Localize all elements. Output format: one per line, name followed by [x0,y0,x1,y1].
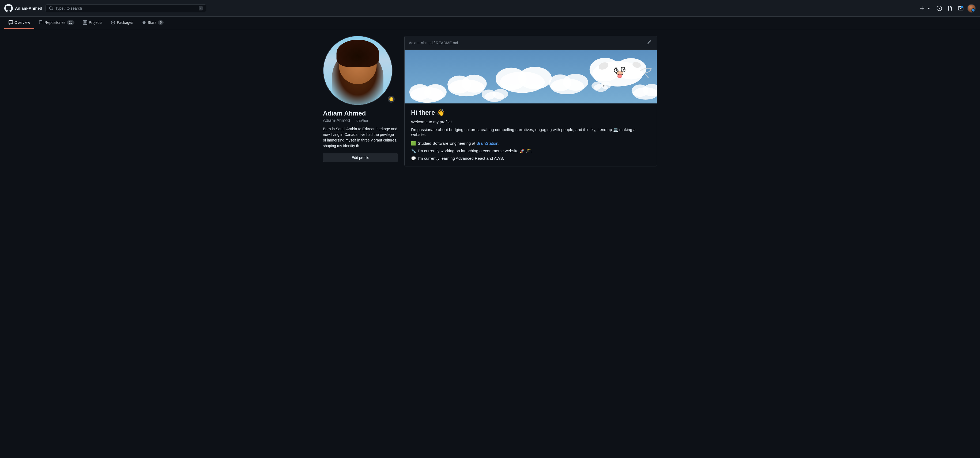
brainstation-link[interactable]: BrainStation [476,141,498,145]
search-box[interactable]: Type / to search / [46,4,206,12]
list-item-text-1: I'm currently working on launching a eco… [418,148,532,153]
projects-icon [83,20,87,25]
profile-bio: Born in Saudi Arabia to Eritrean heritag… [323,126,398,149]
create-button[interactable] [918,4,933,13]
issues-icon [937,6,942,11]
tab-projects[interactable]: Projects [79,17,107,29]
readme-welcome: Welcome to my profile! [411,120,651,124]
readme-banner [404,50,657,104]
profile-username-line: Adiam-Ahmed · she/her [323,118,398,123]
svg-point-19 [623,69,624,70]
tab-packages-label: Packages [117,20,133,25]
github-logo[interactable]: Adiam-Ahmed [4,4,42,13]
nav-username: Adiam-Ahmed [15,6,42,10]
plus-icon [920,6,925,11]
repositories-badge: 25 [67,20,74,25]
readme-list: 🟩 Studied Software Engineering at BrainS… [411,141,651,161]
svg-point-3 [424,84,447,100]
issues-button[interactable] [935,4,943,13]
search-placeholder: Type / to search [56,6,82,10]
tab-stars[interactable]: Stars 6 [138,17,168,29]
readme-body: Hi there 👋 Welcome to my profile! I'm pa… [404,104,657,166]
readme-passion: I'm passionate about bridging cultures, … [411,127,651,137]
readme-card: Adiam-Ahmed / README.md [404,36,657,166]
tab-overview[interactable]: Overview [4,17,34,29]
inbox-button[interactable] [956,4,965,13]
emoji-status-button[interactable]: 😊 [387,95,395,103]
tab-projects-label: Projects [89,20,103,25]
svg-point-31 [592,82,601,90]
avatar-wrapper: 😊 [323,36,398,105]
svg-point-29 [493,89,509,99]
search-kbd-hint: / [199,6,203,10]
readme-greeting: Hi there 👋 [411,109,651,116]
list-item: 💬 I'm currently learning Advanced React … [411,156,651,161]
readme-title: Adiam-Ahmed / README.md [409,41,458,45]
tab-overview-label: Overview [14,20,30,25]
svg-point-32 [601,82,611,89]
profile-pronouns: she/her [356,118,368,123]
stars-icon [142,20,146,25]
username-separator: · [352,118,353,123]
tab-stars-label: Stars [148,20,157,25]
list-item-emoji-2: 💬 [411,156,416,161]
stars-badge: 6 [158,20,164,25]
svg-point-12 [563,74,588,91]
profile-sidebar: 😊 Adiam Ahmed Adiam-Ahmed · she/her Born… [323,36,398,166]
search-icon [49,6,53,10]
github-icon [4,4,13,13]
overview-icon [9,20,13,25]
profile-nav: Overview Repositories 25 Projects Packag… [0,17,980,29]
repo-icon [38,20,43,25]
emoji-status-icon: 😊 [389,97,394,101]
pencil-icon [647,40,651,45]
profile-avatar [323,36,393,105]
pull-requests-button[interactable] [946,4,954,13]
list-item: 🟩 Studied Software Engineering at BrainS… [411,141,651,146]
dropdown-icon [926,6,931,11]
readme-title-ext: .md [452,41,458,45]
tab-packages[interactable]: Packages [107,17,137,29]
readme-edit-button[interactable] [646,39,652,46]
tab-repositories[interactable]: Repositories 25 [34,17,78,29]
inbox-badge [961,6,963,8]
list-item: 🔧 I'm currently working on launching a e… [411,148,651,153]
list-item-text-0: Studied Software Engineering at BrainSta… [418,141,500,145]
global-nav: Adiam-Ahmed Type / to search / [0,0,980,17]
packages-icon [111,20,115,25]
clouds-illustration [404,50,657,104]
svg-point-21 [617,75,622,78]
edit-profile-button[interactable]: Edit profile [323,153,398,162]
readme-title-path: Adiam-Ahmed / README [409,41,452,45]
svg-point-6 [461,75,487,93]
list-item-emoji-1: 🔧 [411,148,416,153]
main-layout: 😊 Adiam Ahmed Adiam-Ahmed · she/her Born… [319,29,661,173]
svg-point-33 [603,85,605,86]
tab-repositories-label: Repositories [45,20,65,25]
profile-username-text: Adiam-Ahmed [323,118,350,123]
readme-header: Adiam-Ahmed / README.md [404,36,657,50]
list-item-emoji-0: 🟩 [411,141,416,146]
list-item-text-2: I'm currently learning Advanced React an… [418,156,504,161]
profile-content: Adiam-Ahmed / README.md [404,36,657,166]
profile-display-name: Adiam Ahmed [323,110,398,117]
svg-point-17 [616,69,617,71]
user-avatar-nav[interactable] [967,4,976,13]
pull-requests-icon [947,6,953,11]
nav-actions [918,4,976,13]
svg-point-9 [518,67,552,89]
